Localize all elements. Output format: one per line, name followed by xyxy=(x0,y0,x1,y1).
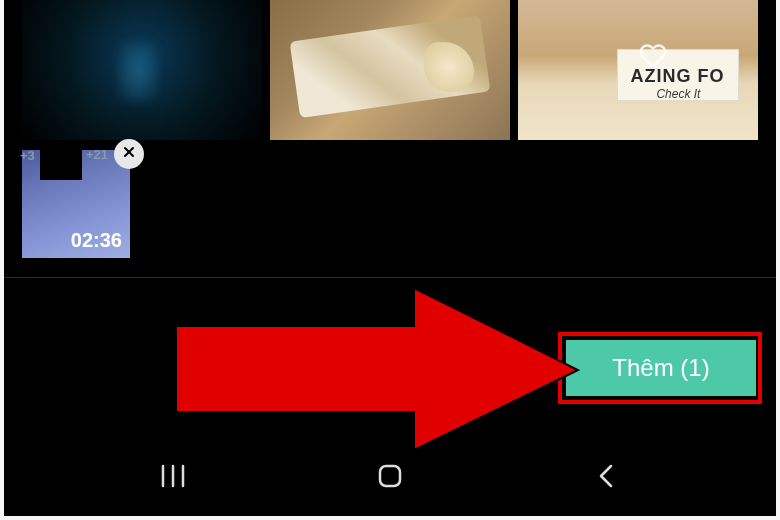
nav-back-button[interactable] xyxy=(587,458,627,498)
gallery-thumbnail[interactable] xyxy=(270,0,510,140)
close-icon xyxy=(121,144,137,164)
gallery-thumbnail[interactable] xyxy=(22,0,262,140)
system-nav-bar xyxy=(4,440,776,516)
gallery-row: AZING FO Check It xyxy=(4,0,776,140)
clip-duration: 02:36 xyxy=(71,229,122,252)
selected-clip-thumbnail[interactable]: +3 +21 02:36 xyxy=(22,150,130,258)
thumbnail-caption: AZING FO xyxy=(630,66,724,87)
thumbnail-subcaption: Check It xyxy=(656,87,700,101)
selected-clips-row: +3 +21 02:36 xyxy=(4,150,776,265)
bottom-toolbar: Thêm (1) xyxy=(4,278,776,438)
badge-count-right: +21 xyxy=(86,147,108,162)
svg-rect-6 xyxy=(380,466,400,486)
annotation-arrow-icon xyxy=(176,286,580,452)
recents-icon xyxy=(157,460,189,496)
nav-recents-button[interactable] xyxy=(153,458,193,498)
nav-home-button[interactable] xyxy=(370,458,410,498)
gallery-thumbnail[interactable]: AZING FO Check It xyxy=(518,0,758,140)
svg-marker-2 xyxy=(176,288,578,450)
app-screen: AZING FO Check It +3 +21 02:36 Thêm (1) xyxy=(4,0,776,516)
home-icon xyxy=(374,460,406,496)
add-button[interactable]: Thêm (1) xyxy=(566,340,756,396)
remove-clip-button[interactable] xyxy=(114,139,144,169)
badge-count-left: +3 xyxy=(20,148,35,163)
back-icon xyxy=(591,460,623,496)
